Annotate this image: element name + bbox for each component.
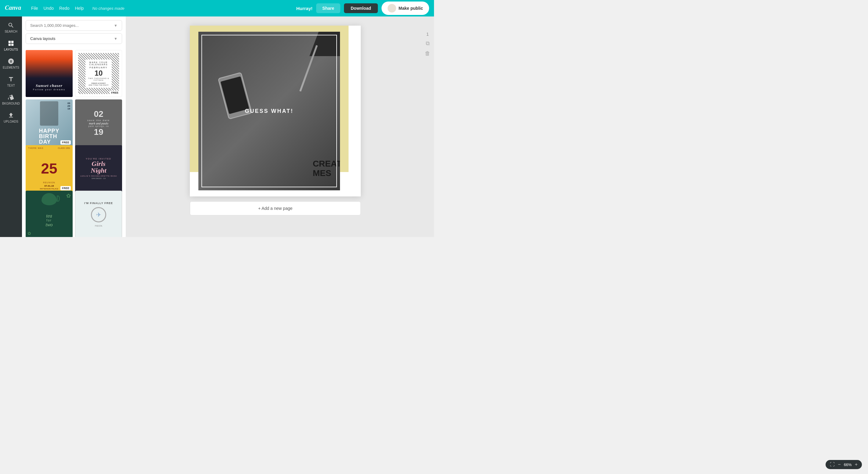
duplicate-page-icon[interactable]: ⧉ <box>426 40 430 47</box>
background-icon <box>8 94 14 101</box>
tpl-sunset-subtitle: Follow your dreams <box>33 88 65 91</box>
search-dropdown-arrow: ▼ <box>114 24 118 28</box>
template-card-class25[interactable]: THERE WAS CLASS 1991 25 REUNION 07.01.19… <box>26 145 73 192</box>
free-badge-feb: FREE <box>110 91 120 95</box>
sidebar-item-search[interactable]: SEARCH <box>1 19 21 36</box>
delete-page-icon[interactable]: 🗑 <box>425 50 430 57</box>
canvas-photo-area[interactable]: CREAT MES GUESS WHAT! <box>198 32 340 190</box>
text-icon <box>8 76 14 83</box>
sidebar-label-text: TEXT <box>7 84 15 87</box>
canvas-area: CREAT MES GUESS WHAT! + Add a new page 1… <box>126 16 434 237</box>
sidebar-item-uploads[interactable]: UPLOADS <box>1 109 21 126</box>
layouts-panel: ▼ Canva layouts ▼ Sunset chaser Follow y… <box>22 16 126 237</box>
sidebar-label-background: BKGROUND <box>2 102 20 105</box>
add-page-button[interactable]: + Add a new page <box>190 201 361 215</box>
tpl-free-title: I'M FINALLY FREE <box>84 202 113 205</box>
hurray-label: Hurray! <box>296 6 313 11</box>
filter-label: Canva layouts <box>30 36 55 41</box>
tpl-bday-line1: HAPPY <box>39 128 59 134</box>
layouts-icon <box>8 40 14 47</box>
sidebar-item-elements[interactable]: ELEMENTS <box>1 55 21 72</box>
canvas-right-controls: 1 ⧉ 🗑 <box>425 32 430 57</box>
menu-file[interactable]: File <box>31 6 38 11</box>
tpl-girls-subtitle: LESLIE'S BACHELORETTE BASH <box>80 175 117 177</box>
tpl-feb-date: 10 <box>88 69 109 77</box>
filter-dropdown-arrow: ▼ <box>114 37 118 41</box>
save-status: No changes made <box>92 6 125 11</box>
tpl-class-date: 07.01.19 <box>44 184 54 187</box>
panel-filter: Canva layouts ▼ <box>22 33 126 47</box>
main-layout: SEARCH LAYOUTS ELEMENTS TEXT BKGROUND <box>0 16 434 237</box>
elements-icon <box>8 58 14 65</box>
sidebar-item-layouts[interactable]: LAYOUTS <box>1 37 21 54</box>
filter-dropdown[interactable]: Canva layouts ▼ <box>26 33 122 44</box>
canvas-wrapper: CREAT MES GUESS WHAT! + Add a new page <box>190 26 361 215</box>
tpl-girls-title: GirlsNight <box>80 161 117 174</box>
tpl-feb-mark-cal: MARK YOUR CALENDARS <box>88 61 109 66</box>
canvas-main-text[interactable]: GUESS WHAT! <box>245 108 293 114</box>
tpl-bday-line3: DAY <box>39 139 59 144</box>
avatar <box>388 4 396 12</box>
search-box[interactable]: ▼ <box>26 20 122 31</box>
download-button[interactable]: Download <box>344 3 378 13</box>
page-number: 1 <box>426 32 429 37</box>
template-card-tea[interactable]: tea for two ✿ ✿ <box>26 191 73 237</box>
menu-redo[interactable]: Redo <box>59 6 69 11</box>
search-icon <box>8 22 14 29</box>
templates-grid: Sunset chaser Follow your dreams MARK YO… <box>22 47 126 237</box>
free-badge-bday: FREE <box>60 140 71 144</box>
navbar-right: Hurray! Share Download Make public <box>296 2 429 15</box>
menu-undo[interactable]: Undo <box>44 6 54 11</box>
sidebar-label-elements: ELEMENTS <box>3 66 19 69</box>
make-public-label: Make public <box>399 6 423 11</box>
menu-help[interactable]: Help <box>75 6 84 11</box>
template-card-free[interactable]: I'M FINALLY FREE ✈ FIESTA <box>75 191 122 237</box>
sidebar-item-text[interactable]: TEXT <box>1 73 21 90</box>
sidebar-item-background[interactable]: BKGROUND <box>1 91 21 108</box>
canva-logo[interactable]: Canva <box>5 3 22 13</box>
icon-sidebar: SEARCH LAYOUTS ELEMENTS TEXT BKGROUND <box>0 16 22 237</box>
design-canvas[interactable]: CREAT MES GUESS WHAT! <box>190 26 361 196</box>
panel-search: ▼ <box>22 16 126 33</box>
template-card-birthday[interactable]: 09 29 19 HAPPY BIRTH DAY FREE <box>26 99 73 146</box>
share-button[interactable]: Share <box>316 3 340 13</box>
sidebar-label-uploads: UPLOADS <box>4 120 18 123</box>
tpl-sunset-title: Sunset chaser <box>33 83 65 88</box>
uploads-icon <box>8 112 14 118</box>
make-public-button[interactable]: Make public <box>381 2 429 15</box>
template-card-girls[interactable]: YOU'RE INVITED GirlsNight LESLIE'S BACHE… <box>75 145 122 192</box>
sidebar-label-layouts: LAYOUTS <box>4 48 18 51</box>
navbar: Canva File Undo Redo Help No changes mad… <box>0 0 434 16</box>
navbar-menu: File Undo Redo Help <box>31 6 84 11</box>
tpl-class-number: 25 <box>41 161 57 176</box>
sidebar-label-search: SEARCH <box>5 30 18 33</box>
tpl-tea-title: tea <box>45 213 53 219</box>
tpl-bday-line2: BIRTH <box>39 134 59 139</box>
template-card-savedate[interactable]: 02 save the date mark and paulo palm spr… <box>75 99 122 146</box>
template-card-sunset[interactable]: Sunset chaser Follow your dreams <box>26 50 73 97</box>
free-badge-class: FREE <box>60 186 71 190</box>
svg-text:Canva: Canva <box>5 4 21 11</box>
search-input[interactable] <box>30 23 114 28</box>
template-card-feb10[interactable]: MARK YOUR CALENDARS FEBRUARY 10 TWO THOU… <box>75 50 122 97</box>
